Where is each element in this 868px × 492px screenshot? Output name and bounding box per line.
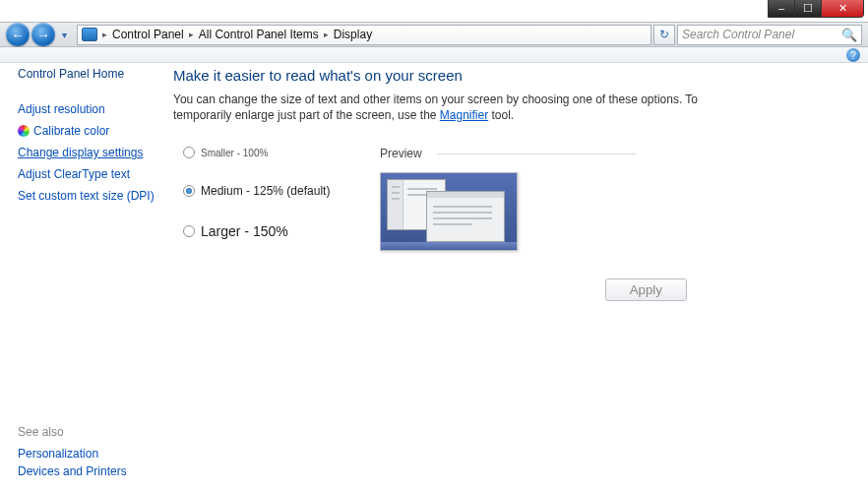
chevron-down-icon: ▾	[62, 30, 67, 40]
search-input[interactable]: Search Control Panel 🔍	[677, 25, 862, 45]
sidebar-home-link[interactable]: Control Panel Home	[18, 67, 155, 81]
breadcrumb-item[interactable]: All Control Panel Items	[197, 28, 321, 41]
sidebar-link-cleartype[interactable]: Adjust ClearType text	[18, 167, 155, 181]
minimize-button[interactable]: –	[768, 0, 795, 18]
nav-buttons: ← → ▾	[6, 23, 71, 46]
sidebar-link-custom-dpi[interactable]: Set custom text size (DPI)	[18, 189, 155, 203]
search-placeholder: Search Control Panel	[682, 28, 841, 41]
page-title: Make it easier to read what's on your sc…	[173, 67, 844, 84]
breadcrumb[interactable]: ▸ Control Panel ▸ All Control Panel Item…	[77, 25, 651, 45]
search-icon: 🔍	[841, 28, 857, 42]
description-text-1: You can change the size of text and othe…	[173, 92, 698, 122]
main-panel: Make it easier to read what's on your sc…	[167, 63, 868, 492]
content-area: Control Panel Home Adjust resolution Cal…	[0, 63, 868, 492]
refresh-icon: ↻	[659, 28, 669, 41]
sidebar-link-adjust-resolution[interactable]: Adjust resolution	[18, 102, 155, 116]
info-bar: ?	[0, 47, 868, 63]
options-row: Smaller - 100% Medium - 125% (default) L…	[173, 147, 844, 251]
apply-button[interactable]: Apply	[605, 278, 687, 301]
sidebar-link-change-display-settings[interactable]: Change display settings	[18, 146, 155, 159]
close-button[interactable]: ✕	[821, 0, 864, 18]
title-bar: – ☐ ✕	[0, 0, 868, 22]
breadcrumb-item[interactable]: Control Panel	[110, 28, 186, 41]
option-smaller[interactable]: Smaller - 100%	[183, 147, 380, 158]
apply-row: Apply	[173, 278, 844, 301]
back-button[interactable]: ←	[6, 23, 30, 46]
option-label: Larger - 150%	[201, 223, 288, 239]
preview-column: Preview	[380, 147, 518, 251]
breadcrumb-separator: ▸	[102, 30, 107, 39]
radio-icon	[183, 225, 195, 237]
minimize-icon: –	[778, 3, 784, 14]
help-button[interactable]: ?	[846, 48, 860, 62]
breadcrumb-item[interactable]: Display	[332, 28, 374, 41]
back-icon: ←	[12, 28, 25, 42]
sidebar-link-calibrate-color[interactable]: Calibrate color	[18, 124, 155, 138]
option-label: Medium - 125% (default)	[201, 184, 330, 198]
radio-icon	[183, 147, 195, 158]
refresh-button[interactable]: ↻	[653, 25, 675, 45]
preview-taskbar	[381, 242, 517, 250]
preview-label: Preview	[380, 147, 518, 160]
description-text-2: tool.	[488, 108, 514, 122]
forward-button[interactable]: →	[31, 23, 55, 46]
window-controls: – ☐ ✕	[769, 0, 864, 18]
see-also-personalization[interactable]: Personalization	[18, 447, 155, 461]
see-also-label: See also	[18, 425, 155, 439]
help-icon: ?	[850, 50, 856, 61]
preview-window-2	[426, 191, 505, 242]
option-medium[interactable]: Medium - 125% (default)	[183, 184, 380, 198]
forward-icon: →	[37, 28, 50, 42]
preview-image	[380, 172, 518, 251]
option-larger[interactable]: Larger - 150%	[183, 223, 380, 239]
control-panel-icon	[82, 28, 97, 41]
close-icon: ✕	[838, 3, 847, 14]
maximize-icon: ☐	[803, 3, 813, 14]
breadcrumb-separator: ▸	[189, 30, 194, 39]
page-description: You can change the size of text and othe…	[173, 92, 754, 123]
options-column: Smaller - 100% Medium - 125% (default) L…	[173, 147, 380, 251]
magnifier-link[interactable]: Magnifier	[440, 108, 488, 122]
maximize-button[interactable]: ☐	[794, 0, 822, 18]
history-dropdown[interactable]: ▾	[57, 23, 71, 46]
option-label: Smaller - 100%	[201, 148, 268, 158]
radio-icon	[183, 185, 195, 197]
navigation-bar: ← → ▾ ▸ Control Panel ▸ All Control Pane…	[0, 22, 868, 47]
breadcrumb-separator: ▸	[324, 30, 329, 39]
sidebar-bottom: See also Personalization Devices and Pri…	[18, 425, 155, 482]
see-also-devices-printers[interactable]: Devices and Printers	[18, 464, 155, 478]
sidebar: Control Panel Home Adjust resolution Cal…	[0, 63, 167, 492]
